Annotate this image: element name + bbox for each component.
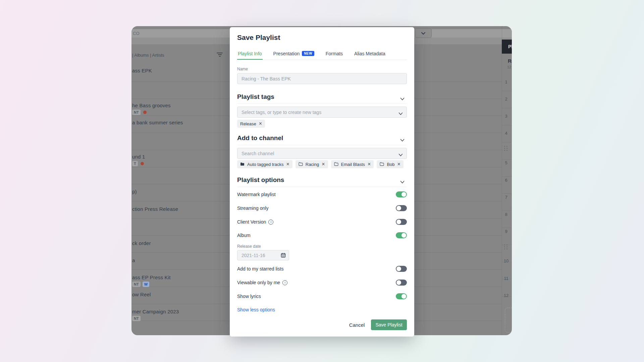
list-item[interactable]: a <box>132 257 135 263</box>
info-icon[interactable]: i <box>268 220 273 225</box>
format-badge: NT <box>132 316 141 321</box>
format-badge: T <box>132 161 138 166</box>
save-playlist-button[interactable]: Save Playlist <box>371 319 407 330</box>
show-lyrics-toggle[interactable] <box>396 293 407 299</box>
chevron-down-icon[interactable] <box>400 137 405 143</box>
section-divider <box>237 103 407 104</box>
track-number: 5 <box>502 160 511 165</box>
remove-channel-icon[interactable]: × <box>397 162 400 167</box>
folder-icon <box>380 162 384 167</box>
release-date-field <box>237 250 289 260</box>
track-list <box>502 74 512 305</box>
new-badge: NEW <box>302 51 314 56</box>
library-nav[interactable]: | Albums | Artists <box>132 53 164 58</box>
starred-lists-toggle[interactable] <box>396 266 407 272</box>
format-badge: NT <box>132 282 141 287</box>
modal-tabs: Playlist Info PresentationNEW Formats Al… <box>237 47 407 60</box>
section-divider <box>237 145 407 145</box>
watermark-badge: W <box>143 282 149 287</box>
search-input[interactable]: CO <box>133 31 140 36</box>
tag-chips: Release × <box>237 120 265 128</box>
section-divider <box>237 187 407 187</box>
remove-channel-icon[interactable]: × <box>286 162 289 167</box>
format-badge: NT <box>132 110 141 115</box>
folder-icon <box>334 162 338 167</box>
modal-title: Save Playlist <box>237 34 280 42</box>
list-item[interactable]: he Bass grooves NT <box>132 103 171 115</box>
channel-chip: Auto tagged tracks × <box>237 160 292 168</box>
channel-chip: Racing × <box>296 160 328 168</box>
folder-filled-icon <box>240 162 245 167</box>
channel-chip: Email Blasts × <box>331 160 374 168</box>
drag-handle-icon[interactable] <box>504 244 508 250</box>
remove-channel-icon[interactable]: × <box>322 162 325 167</box>
list-item[interactable]: a bank summer series <box>132 120 183 125</box>
tab-formats[interactable]: Formats <box>325 47 343 60</box>
folder-icon <box>299 162 303 167</box>
cancel-button[interactable]: Cancel <box>347 319 367 330</box>
release-date-label: Release date <box>237 244 261 249</box>
calendar-icon[interactable] <box>280 252 286 258</box>
track-number: 9 <box>502 229 511 234</box>
channel-chip: Bob × <box>377 160 403 168</box>
option-show-lyrics: Show lyrics <box>237 291 407 302</box>
streaming-only-toggle[interactable] <box>396 205 407 211</box>
status-dot <box>143 111 147 114</box>
option-album: Album <box>237 230 407 241</box>
playlist-tags-heading: Playlist tags <box>237 93 274 101</box>
tab-playlist-info[interactable]: Playlist Info <box>237 47 263 60</box>
track-number: 10 <box>502 258 511 263</box>
drag-handle-icon[interactable] <box>504 146 508 151</box>
list-item[interactable]: ass EP Press Kit NTW <box>132 275 171 287</box>
chevron-down-icon[interactable] <box>400 96 405 102</box>
chevron-down-icon <box>421 30 426 36</box>
playlist-panel-subtitle: 12 <box>507 65 511 69</box>
channel-search-input[interactable] <box>237 148 407 159</box>
chevron-down-icon[interactable] <box>400 179 405 185</box>
option-streaming-only: Streaming only <box>237 202 407 214</box>
remove-channel-icon[interactable]: × <box>368 162 371 167</box>
option-client-version: Client Versioni <box>237 216 407 228</box>
status-dot <box>141 162 144 165</box>
option-watermark-playlist: Watermark playlist <box>237 189 407 200</box>
track-number: 4 <box>502 131 511 136</box>
list-item[interactable]: mer Campaign 2023 NT <box>132 309 179 321</box>
tag-chip: Release × <box>237 120 265 128</box>
track-number: 3 <box>502 114 511 119</box>
save-playlist-modal: Save Playlist Playlist Info Presentation… <box>230 27 414 337</box>
info-icon[interactable]: i <box>282 280 287 285</box>
tags-select-input[interactable] <box>237 107 407 118</box>
name-label: Name <box>237 67 248 71</box>
chevron-down-icon[interactable] <box>398 111 403 117</box>
track-number: 7 <box>502 195 511 200</box>
playlist-options-heading: Playlist options <box>237 176 284 184</box>
track-dropzone[interactable] <box>505 308 512 333</box>
track-number: 1 <box>502 79 511 84</box>
list-item[interactable]: ass EPK <box>132 68 152 73</box>
album-toggle[interactable] <box>396 232 407 238</box>
track-number: 11 <box>502 276 511 281</box>
watermark-playlist-toggle[interactable] <box>396 191 407 197</box>
track-number: 8 <box>502 212 511 217</box>
add-to-channel-heading: Add to channel <box>237 134 283 142</box>
client-version-toggle[interactable] <box>396 219 407 225</box>
tab-presentation[interactable]: PresentationNEW <box>273 47 315 60</box>
show-less-options-link[interactable]: Show less options <box>237 307 275 312</box>
option-viewable-only-me: Viewable only by mei <box>237 277 407 288</box>
viewable-only-me-toggle[interactable] <box>396 280 407 286</box>
track-number: 2 <box>502 97 511 102</box>
tab-alias-metadata[interactable]: Alias Metadata <box>354 47 386 60</box>
name-input[interactable] <box>237 73 407 84</box>
chevron-down-icon[interactable] <box>398 152 403 158</box>
list-item[interactable]: und 1 T <box>132 154 145 166</box>
list-item[interactable]: ow Reel <box>132 292 151 297</box>
list-item[interactable]: p) <box>132 189 137 194</box>
channel-chips: Auto tagged tracks × Racing × Email Blas… <box>237 160 404 168</box>
remove-tag-icon[interactable]: × <box>259 121 262 126</box>
list-item[interactable]: ck order <box>132 240 151 246</box>
sort-dropdown-button[interactable] <box>415 28 432 38</box>
list-item[interactable]: ction Press Release <box>132 206 178 212</box>
playlist-panel-title: Ra <box>508 58 512 64</box>
filter-icon[interactable] <box>216 53 223 58</box>
page-background: CO | Albums | Artists ass EPK he Bass gr… <box>0 0 644 362</box>
